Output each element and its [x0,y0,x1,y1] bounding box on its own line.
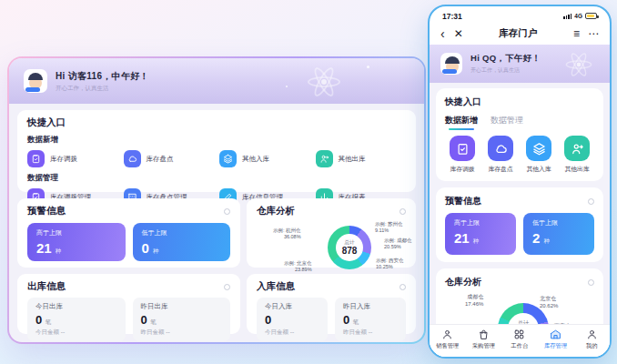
quick-item-label: 库存盘点 [488,165,512,174]
greeting-title: Hi 访客116，中午好！ [56,70,149,83]
alert-label: 低于上限 [532,218,585,228]
donut-label: 示例: 苏州仓9.11% [375,221,403,234]
quick-item-label: 其他出库 [339,155,366,164]
tab-label: 库存管理 [544,342,567,350]
tab-workbench[interactable]: 工作台 [501,329,538,357]
cloud-icon [124,150,141,167]
quick-item-transfer[interactable]: 库存调拨 [445,136,480,174]
alert-above-limit-card: 高于上限 21 种 [445,213,516,255]
stat-unit: 笔 [46,318,52,325]
quick-entry-title: 快捷入口 [27,116,406,129]
quick-item-label: 库存调拨 [50,155,77,164]
alert-unit: 种 [544,238,551,244]
avatar[interactable] [24,69,47,93]
quick-item-other-inbound[interactable]: 其他入库 [219,150,310,167]
more-icon[interactable]: ⋯ [588,28,599,39]
today-inbound-card: 今日入库 0 今日金额 -- [257,298,328,341]
mobile-greeting-header: Hi QQ，下午好！ 开心工作，认真生活 [430,45,610,83]
menu-icon[interactable]: ≡ [573,28,580,39]
quick-item-other-inbound[interactable]: 其他入库 [521,136,556,174]
outbound-info-card: 出库信息 今日出库 0 笔 今日金额 -- 昨日出库 0 笔 昨日金额 -- [17,274,240,334]
donut-label: 示例: 北京仓23.89% [284,260,312,273]
refresh-icon[interactable] [400,284,406,290]
alert-unit: 种 [473,238,480,244]
alert-label: 高于上限 [454,218,507,228]
person-arrow-icon [564,136,590,161]
alert-below-limit-card: 低于上限 2 种 [523,213,594,255]
active-tab-underline [449,128,474,131]
person-arrow-icon [316,150,333,167]
refresh-icon[interactable] [224,284,230,290]
group-data-manage-label: 数据管理 [27,173,406,184]
stat-value: 0 [343,313,349,327]
alert-info-title: 预警信息 [27,205,66,217]
tab-label: 我的 [586,342,598,350]
back-icon[interactable]: ‹ [440,27,445,40]
close-icon[interactable]: ✕ [454,28,463,39]
alert-value: 21 [454,230,470,246]
refresh-icon[interactable] [224,208,230,215]
tab-label: 工作台 [511,342,529,350]
tab-profile[interactable]: 我的 [573,329,610,357]
tab-sales-manage[interactable]: 销售管理 [430,329,466,357]
stat-value: 0 [265,313,271,327]
clock: 17:31 [442,12,462,21]
quick-item-other-outbound[interactable]: 其他出库 [316,150,407,167]
stat-unit: 笔 [353,318,359,325]
stat-value: 0 [141,313,147,327]
today-outbound-card: 今日出库 0 笔 今日金额 -- [27,298,126,341]
quick-item-stocktake[interactable]: 库存盘点 [124,150,215,167]
refresh-icon[interactable] [588,279,594,286]
avatar[interactable] [440,53,462,75]
alert-unit: 种 [56,248,62,254]
tab-data-add[interactable]: 数据新增 [445,115,478,130]
stat-value: 0 [35,313,42,327]
atom-decoration [306,67,342,96]
inbound-info-card: 入库信息 今日入库 0 今日金额 -- 昨日入库 0 笔 昨日金额 -- [247,274,416,334]
stat-label: 今日出库 [35,302,117,311]
bag-icon [478,329,490,340]
yesterday-outbound-card: 昨日出库 0 笔 昨日金额 -- [133,298,231,341]
refresh-icon[interactable] [400,208,406,215]
sparkle-decoration [367,66,369,68]
warehouse-analysis-card: 仓库分析 总计 878 示例: 苏州仓9.11% 示例: 成都仓20.59% 示… [247,198,416,268]
page-title: 库存门户 [463,27,573,40]
quick-item-stocktake[interactable]: 库存盘点 [483,136,518,174]
tab-label: 销售管理 [436,342,459,350]
donut-label: 示例: 杭州仓36.08% [273,228,301,240]
cloud-icon [488,136,513,161]
donut-center-label: 总计 [345,239,355,246]
bottom-tab-bar: 销售管理 采购管理 工作台 库存管理 我的 [430,324,610,357]
donut-label: 示例: 西安仓10.25% [376,258,404,270]
stat-sub: 昨日金额 -- [343,329,398,337]
layers-icon [219,150,237,167]
alert-value: 21 [36,240,52,256]
group-data-add-label: 数据新增 [27,135,406,146]
warehouse-analysis-title: 仓库分析 [257,205,295,217]
quick-item-other-outbound[interactable]: 其他出库 [560,136,594,174]
avatar-badge [442,69,457,74]
yesterday-inbound-card: 昨日入库 0 笔 昨日金额 -- [335,298,406,341]
warehouse-analysis-title: 仓库分析 [445,276,481,288]
quick-item-transfer[interactable]: 库存调拨 [27,150,118,167]
alert-info-card: 预警信息 高于上限 21 种 低于上限 0 种 [17,198,240,268]
quick-entry-title: 快捷入口 [445,96,594,108]
quick-item-label: 库存盘点 [147,155,174,164]
quick-item-label: 库存调拨 [450,165,474,174]
desktop-panel: Hi 访客116，中午好！ 开心工作，认真生活 快捷入口 数据新增 库存调拨 [7,56,426,344]
alert-unit: 种 [153,248,159,254]
tab-data-manage[interactable]: 数据管理 [491,115,523,130]
nav-bar: ‹ ✕ 库存门户 ≡ ⋯ [430,22,610,45]
inbound-info-title: 入库信息 [257,280,295,293]
greeting-title: Hi QQ，下午好！ [470,53,541,65]
donut-label: 示例: 成都仓20.59% [384,238,412,250]
tab-purchase-manage[interactable]: 采购管理 [466,329,502,357]
battery-icon [585,13,597,19]
tab-inventory-manage[interactable]: 库存管理 [538,329,574,357]
greeting-subtitle: 开心工作，认真生活 [56,85,149,93]
outbound-info-title: 出库信息 [27,280,66,293]
refresh-icon[interactable] [588,198,594,205]
grid-icon [513,329,525,340]
stat-label: 昨日入库 [343,302,398,311]
sparkle-decoration [286,86,288,87]
